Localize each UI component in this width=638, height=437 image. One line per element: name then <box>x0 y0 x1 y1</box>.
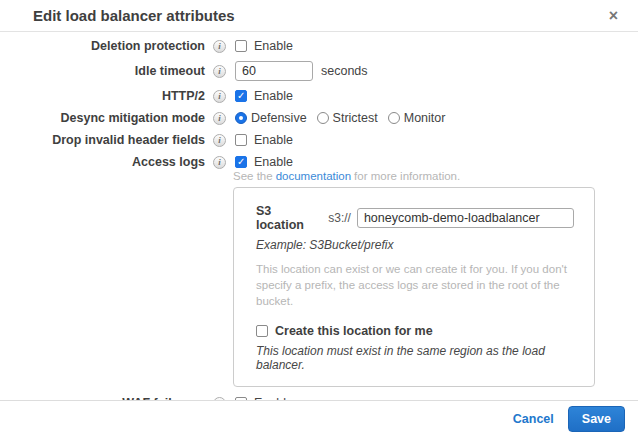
modal-title: Edit load balancer attributes <box>33 7 609 24</box>
http2-label: HTTP/2 <box>0 89 205 103</box>
info-icon[interactable]: i <box>213 90 226 103</box>
idle-timeout-unit: seconds <box>321 64 368 78</box>
desync-radio-monitor-label: Monitor <box>404 111 446 125</box>
desync-radio-defensive-label: Defensive <box>251 111 307 125</box>
enable-label: Enable <box>254 133 293 147</box>
desync-label: Desync mitigation mode <box>0 111 205 125</box>
modal-header: Edit load balancer attributes × <box>0 0 638 32</box>
info-icon[interactable]: i <box>213 112 226 125</box>
row-http2: HTTP/2 i Enable <box>0 89 638 103</box>
idle-timeout-input[interactable] <box>235 61 313 81</box>
enable-label: Enable <box>254 155 293 169</box>
row-access-logs: Access logs i Enable <box>0 155 638 169</box>
http2-checkbox[interactable] <box>235 90 247 102</box>
row-deletion-protection: Deletion protection i Enable <box>0 39 638 53</box>
access-logs-help: See thedocumentationfor more information… <box>233 170 638 182</box>
drop-invalid-label: Drop invalid header fields <box>0 133 205 147</box>
waf-fail-open-checkbox[interactable] <box>235 397 247 400</box>
s3-region-note: This location must exist in the same reg… <box>256 344 574 372</box>
save-button[interactable]: Save <box>568 406 625 432</box>
create-location-label: Create this location for me <box>275 324 433 338</box>
help-prefix: See the <box>233 170 273 182</box>
s3-example-text: Example: S3Bucket/prefix <box>256 238 574 252</box>
s3-note-text: This location can exist or we can create… <box>256 261 578 309</box>
row-desync-mitigation: Desync mitigation mode i Defensive Stric… <box>0 111 638 125</box>
info-icon[interactable]: i <box>213 40 226 53</box>
edit-lb-attributes-modal: Edit load balancer attributes × Deletion… <box>0 0 638 437</box>
s3-location-label: S3 location <box>256 204 320 232</box>
modal-footer: Cancel Save <box>0 400 638 437</box>
deletion-protection-checkbox[interactable] <box>235 40 247 52</box>
documentation-link[interactable]: documentation <box>276 170 351 182</box>
cancel-button[interactable]: Cancel <box>513 412 554 426</box>
access-logs-checkbox[interactable] <box>235 156 247 168</box>
drop-invalid-checkbox[interactable] <box>235 134 247 146</box>
s3-location-panel: S3 location s3:// Example: S3Bucket/pref… <box>233 187 595 387</box>
desync-radio-strictest-label: Strictest <box>333 111 378 125</box>
modal-body: Deletion protection i Enable Idle timeou… <box>0 32 638 400</box>
deletion-protection-label: Deletion protection <box>0 39 205 53</box>
enable-label: Enable <box>254 39 293 53</box>
info-icon[interactable]: i <box>213 156 226 169</box>
info-icon[interactable]: i <box>213 65 226 78</box>
desync-radio-strictest[interactable] <box>317 112 329 124</box>
help-suffix: for more information. <box>354 170 460 182</box>
access-logs-label: Access logs <box>0 155 205 169</box>
desync-radio-monitor[interactable] <box>388 112 400 124</box>
desync-radio-defensive[interactable] <box>235 112 247 124</box>
close-icon[interactable]: × <box>609 8 618 24</box>
enable-label: Enable <box>254 89 293 103</box>
s3-location-input[interactable] <box>357 208 574 228</box>
s3-scheme-prefix: s3:// <box>328 211 351 225</box>
info-icon[interactable]: i <box>213 134 226 147</box>
create-location-checkbox[interactable] <box>256 325 268 337</box>
row-idle-timeout: Idle timeout i seconds <box>0 61 638 81</box>
row-drop-invalid-header-fields: Drop invalid header fields i Enable <box>0 133 638 147</box>
idle-timeout-label: Idle timeout <box>0 64 205 78</box>
